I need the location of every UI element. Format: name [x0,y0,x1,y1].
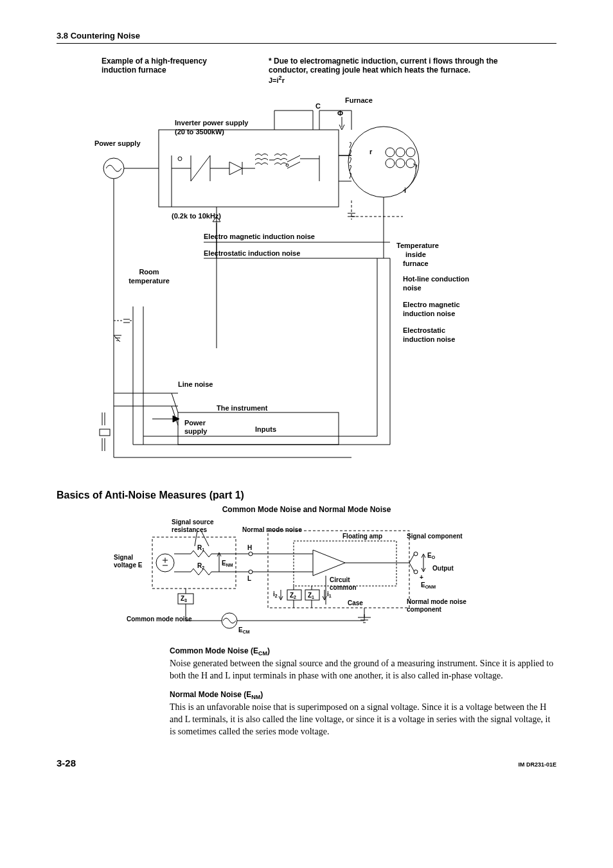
label: Power supply [94,139,141,147]
doc-id: IM DR231-01E [518,761,556,768]
label: L [247,575,251,582]
label: Floating amp [342,533,382,540]
para1-head-tail: ) [267,646,270,655]
svg-point-84 [249,570,253,574]
footer: 3-28 IM DR231-01E [57,757,556,768]
para1-body: Noise generated between the signal sourc… [170,658,556,682]
label: Electrostatic [403,326,445,334]
label: supply [184,427,208,435]
label: noise [403,284,422,292]
label: Electro magnetic [403,301,460,308]
label: ECM [238,626,250,634]
label: inside [405,251,426,258]
formula-j: J=i [269,76,279,84]
page-number: 3-28 [57,757,76,768]
intro-row: Example of a high-frequency induction fu… [102,57,556,85]
label: Circuit [330,576,350,583]
svg-point-27 [386,148,395,157]
label: Line noise [178,380,213,388]
intro-right: * Due to electromagnetic induction, curr… [269,57,500,85]
para1-head: Common Mode Noise (ECM) [170,646,556,657]
label: induction noise [403,310,455,317]
label: component [407,606,442,613]
figure-induction-furnace: Power supply Inverter power supply (20 t… [82,91,531,470]
svg-point-28 [396,148,405,157]
label: temperature [129,277,170,285]
svg-marker-87 [313,550,345,576]
subheading-modes: Common Mode Noise and Normal Mode Noise [57,505,556,514]
label: Φ [337,109,343,117]
label: Z2 [290,592,296,599]
para2-body: This is an unfavorable noise that is sup… [170,702,556,738]
label: Temperature [396,242,439,249]
label: EONM [421,581,436,589]
label: Inverter power supply [175,119,249,127]
label: C [315,102,321,110]
label: EO [427,552,436,560]
label: R2 [197,562,204,570]
label: Hot-line conduction [403,275,470,283]
label: i1 [327,590,332,598]
label: Signal source [172,518,214,526]
label: Normal mode noise [407,598,466,605]
label: (0.2k to 10kHz) [172,212,221,220]
label: (20 to 3500kW) [175,128,224,136]
label: induction noise [403,335,455,343]
label: Output [432,565,454,572]
label: common [330,584,357,591]
label: i2 [273,590,278,598]
label: Room [139,268,159,276]
label: Power [184,419,206,427]
svg-point-29 [406,148,415,157]
svg-rect-70 [100,429,110,436]
label: i [404,186,406,194]
para2-head-main: Normal Mode Noise (E [170,690,251,699]
formula: J=i2r [269,76,285,84]
svg-point-6 [178,157,182,161]
svg-point-31 [396,159,405,168]
label: + [420,574,423,581]
svg-line-113 [409,554,414,563]
label: ENM [222,560,233,567]
svg-line-12 [287,162,300,168]
intro-left: Example of a high-frequency induction fu… [102,57,230,85]
para1-head-sub: CM [258,650,267,657]
label: Signal component [407,533,463,540]
label: Normal mode noise [242,526,302,533]
label: voltage E [114,562,143,569]
para1-head-main: Common Mode Noise (E [170,646,258,655]
label: resistances [172,526,207,533]
label: Furnace [345,96,373,104]
label: r [369,148,373,155]
label: Inputs [255,425,276,433]
svg-line-11 [287,155,300,162]
svg-rect-81 [268,531,409,608]
label: Electro magnetic induction noise [204,233,315,240]
svg-point-30 [386,159,395,168]
para2-head-tail: ) [260,690,263,699]
header-rule [57,43,556,44]
label: The instrument [217,404,268,412]
heading-anti-noise: Basics of Anti-Noise Measures (part 1) [57,490,556,501]
label: Common mode noise [127,616,192,623]
label: Case [348,599,363,607]
svg-point-32 [406,159,415,168]
figure-noise-modes: Signal source resistances Normal mode no… [101,518,512,640]
para2-head-sub: NM [251,694,260,700]
svg-line-114 [409,563,414,572]
label: Z1 [308,592,314,599]
intro-right-text: * Due to electromagnetic induction, curr… [269,57,498,75]
label: furnace [403,260,429,267]
label: R1 [197,544,204,552]
formula-tail: r [282,76,285,84]
svg-point-83 [249,552,253,556]
para2-head: Normal Mode Noise (ENM) [170,690,556,700]
label: Z3 [181,595,187,603]
section-header: 3.8 Countering Noise [57,31,556,40]
label: H [247,544,252,551]
label: Signal [114,554,133,561]
label: Electrostatic induction noise [204,249,300,257]
